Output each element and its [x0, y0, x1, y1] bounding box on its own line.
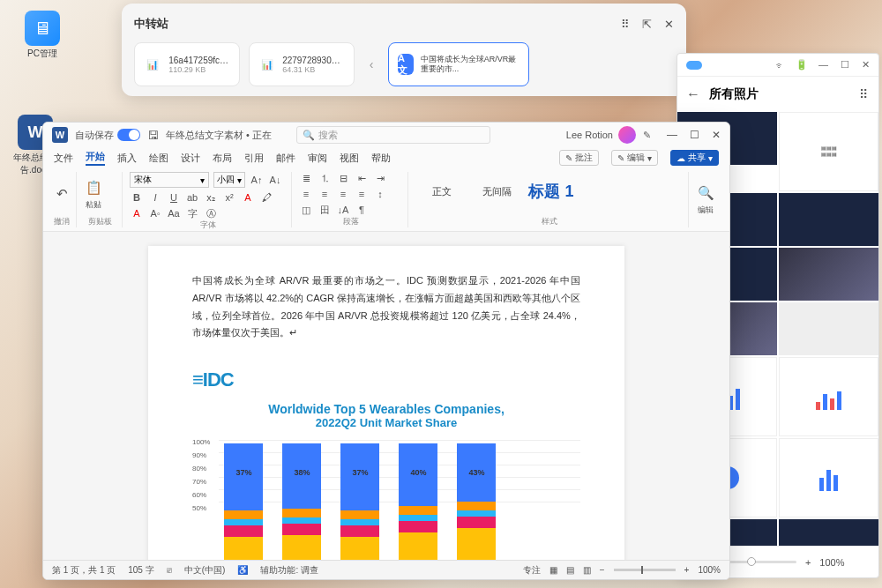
- tab-home[interactable]: 开始: [86, 150, 105, 166]
- autosave-toggle[interactable]: [117, 129, 140, 141]
- paragraph-text[interactable]: 中国将成长为全球 AR/VR 最重要的市场之一。IDC 预测数据显示，2021-…: [192, 272, 580, 342]
- more-icon[interactable]: ⠿: [859, 87, 870, 101]
- zoom-out-icon[interactable]: −: [600, 565, 605, 575]
- pen-icon[interactable]: ✎: [643, 130, 651, 141]
- align-center-icon[interactable]: ≡: [318, 188, 332, 200]
- justify-icon[interactable]: ≡: [355, 188, 369, 200]
- strike-icon[interactable]: ab: [185, 191, 199, 204]
- photo-thumb[interactable]: [779, 438, 878, 517]
- tab-draw[interactable]: 绘图: [149, 152, 168, 165]
- font-select[interactable]: 宋体▾: [130, 172, 209, 188]
- multilevel-icon[interactable]: ⊟: [336, 172, 350, 184]
- indent-icon[interactable]: ⇥: [373, 172, 387, 184]
- zoom-in-icon[interactable]: +: [684, 565, 690, 575]
- chevron-left-icon[interactable]: ‹: [363, 42, 379, 86]
- sort-icon[interactable]: ↓A: [336, 204, 350, 216]
- tab-file[interactable]: 文件: [54, 152, 73, 165]
- save-icon[interactable]: 🖫: [147, 129, 159, 142]
- view-print-icon[interactable]: ▤: [566, 565, 574, 575]
- undo-button[interactable]: ↶: [52, 184, 71, 204]
- close-icon[interactable]: ✕: [862, 59, 870, 71]
- change-case-icon[interactable]: Aa: [167, 207, 181, 220]
- borders-icon[interactable]: 田: [318, 204, 332, 216]
- photo-thumb[interactable]: [779, 519, 878, 546]
- tab-mailings[interactable]: 邮件: [276, 152, 295, 165]
- collapse-icon[interactable]: ⇱: [642, 18, 652, 31]
- file-card[interactable]: 📊 16a417259fc920...110.29 KB: [134, 42, 240, 86]
- italic-icon[interactable]: I: [148, 191, 162, 204]
- document-name[interactable]: 年终总结文字素材 • 正在保存... ∨: [166, 129, 272, 142]
- file-card[interactable]: 📊 22797289305df9b...64.31 KB: [249, 42, 355, 86]
- share-button[interactable]: ☁ 共享 ▾: [670, 150, 719, 166]
- zoom-value: 100%: [819, 557, 844, 568]
- style-body[interactable]: 正文: [415, 172, 468, 211]
- photo-thumb[interactable]: [779, 193, 878, 246]
- user-name: Lee Rotion: [566, 130, 613, 140]
- align-left-icon[interactable]: ≡: [299, 188, 313, 200]
- tab-help[interactable]: 帮助: [371, 152, 391, 165]
- style-nospacing[interactable]: 无间隔: [470, 172, 523, 211]
- shrink-font-icon[interactable]: A↓: [268, 174, 282, 186]
- sub-icon[interactable]: x₂: [204, 191, 218, 204]
- file-card-selected[interactable]: A文 中国将成长为全球AR/VR最重要的市...: [388, 42, 529, 86]
- desktop-icon-pc[interactable]: 🖥 PC管理: [16, 11, 69, 60]
- style-heading1[interactable]: 标题 1: [525, 172, 578, 211]
- tab-view[interactable]: 视图: [340, 152, 359, 165]
- view-read-icon[interactable]: ▦: [549, 565, 557, 575]
- photo-thumb[interactable]: [779, 248, 878, 301]
- underline-icon[interactable]: U: [167, 191, 181, 204]
- maximize-icon[interactable]: ☐: [690, 129, 699, 141]
- grid-icon[interactable]: ⠿: [621, 18, 630, 31]
- fontsize-select[interactable]: 小四▾: [213, 172, 245, 188]
- spacing-icon[interactable]: ↕: [373, 188, 387, 200]
- word-titlebar: W 自动保存 🖫 年终总结文字素材 • 正在保存... ∨ 🔍 搜索 Lee R…: [43, 123, 729, 147]
- photo-thumb[interactable]: [779, 302, 878, 355]
- grow-font-icon[interactable]: A↑: [250, 174, 264, 186]
- sup-icon[interactable]: x²: [222, 191, 236, 204]
- circle-icon[interactable]: Ⓐ: [204, 207, 218, 220]
- clear-format-icon[interactable]: A◦: [148, 207, 162, 220]
- focus-mode[interactable]: 专注: [523, 564, 541, 577]
- find-button[interactable]: 🔍编辑: [696, 183, 715, 216]
- search-input[interactable]: 🔍 搜索: [296, 126, 490, 144]
- minimize-icon[interactable]: —: [667, 129, 677, 141]
- edit-button[interactable]: ✎ 编辑 ▾: [611, 150, 658, 166]
- comments-button[interactable]: ✎ 批注: [559, 150, 599, 166]
- tab-review[interactable]: 审阅: [308, 152, 327, 165]
- document-area[interactable]: 中国将成长为全球 AR/VR 最重要的市场之一。IDC 预测数据显示，2021-…: [43, 232, 729, 560]
- phonetic-icon[interactable]: 字: [185, 207, 199, 220]
- zoom-slider[interactable]: [726, 561, 796, 563]
- back-icon[interactable]: ←: [686, 86, 700, 102]
- word-count[interactable]: 105 字: [128, 564, 153, 577]
- text-effect-icon[interactable]: A: [130, 207, 144, 220]
- page-indicator[interactable]: 第 1 页，共 1 页: [52, 564, 116, 577]
- align-right-icon[interactable]: ≡: [336, 188, 350, 200]
- bold-icon[interactable]: B: [130, 191, 144, 204]
- tab-design[interactable]: 设计: [181, 152, 200, 165]
- view-web-icon[interactable]: ▥: [583, 565, 591, 575]
- minimize-icon[interactable]: —: [818, 59, 828, 71]
- zoom-in-icon[interactable]: +: [805, 557, 811, 568]
- tab-references[interactable]: 引用: [244, 152, 264, 165]
- toggle-icon[interactable]: [686, 61, 702, 70]
- chart-plot: 37%38%37%40%43%: [219, 438, 580, 517]
- highlight-icon[interactable]: 🖍: [259, 191, 273, 204]
- zoom-slider[interactable]: [614, 569, 676, 571]
- tab-insert[interactable]: 插入: [117, 152, 137, 165]
- font-color-icon[interactable]: A: [241, 191, 255, 204]
- tab-layout[interactable]: 布局: [213, 152, 232, 165]
- avatar[interactable]: [618, 126, 636, 144]
- bullets-icon[interactable]: ≣: [299, 172, 313, 184]
- numbering-icon[interactable]: ⒈: [318, 172, 332, 184]
- accessibility[interactable]: 辅助功能: 调查: [260, 564, 318, 577]
- language[interactable]: 中文(中国): [184, 564, 226, 577]
- paste-button[interactable]: 📋粘贴: [84, 178, 103, 211]
- photo-thumb[interactable]: ▤▤▤▤▤▤: [779, 112, 878, 191]
- close-icon[interactable]: ✕: [664, 18, 674, 31]
- close-icon[interactable]: ✕: [712, 129, 721, 141]
- outdent-icon[interactable]: ⇤: [355, 172, 369, 184]
- photo-thumb[interactable]: [779, 357, 878, 436]
- shading-icon[interactable]: ◫: [299, 204, 313, 216]
- marks-icon[interactable]: ¶: [355, 204, 369, 216]
- maximize-icon[interactable]: ☐: [841, 59, 849, 71]
